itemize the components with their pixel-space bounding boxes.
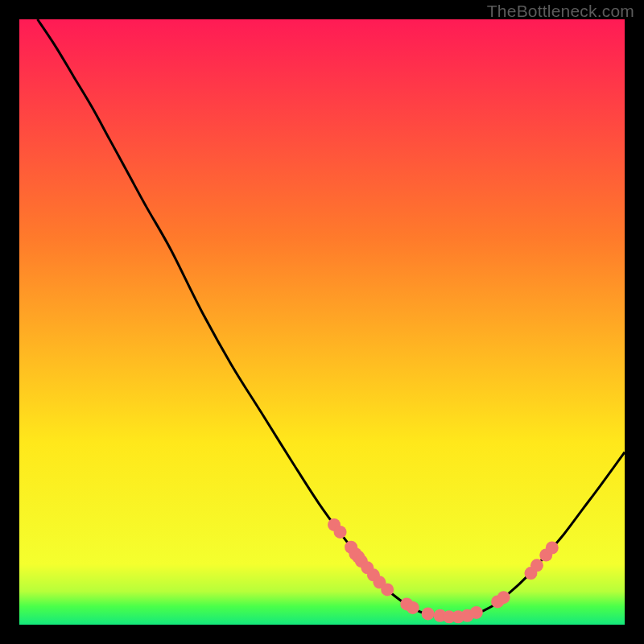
- chart-black-frame: TheBottleneck.com: [0, 0, 644, 644]
- data-point: [546, 542, 559, 555]
- data-point: [381, 583, 394, 596]
- gradient-background: [19, 19, 625, 625]
- bottleneck-chart: [19, 19, 625, 625]
- data-point: [497, 591, 510, 604]
- watermark-text: TheBottleneck.com: [487, 2, 634, 21]
- data-point: [422, 607, 435, 620]
- data-point: [470, 606, 483, 619]
- data-point: [530, 559, 543, 572]
- data-point: [334, 526, 347, 539]
- data-point: [407, 601, 419, 614]
- plot-area: [19, 19, 625, 625]
